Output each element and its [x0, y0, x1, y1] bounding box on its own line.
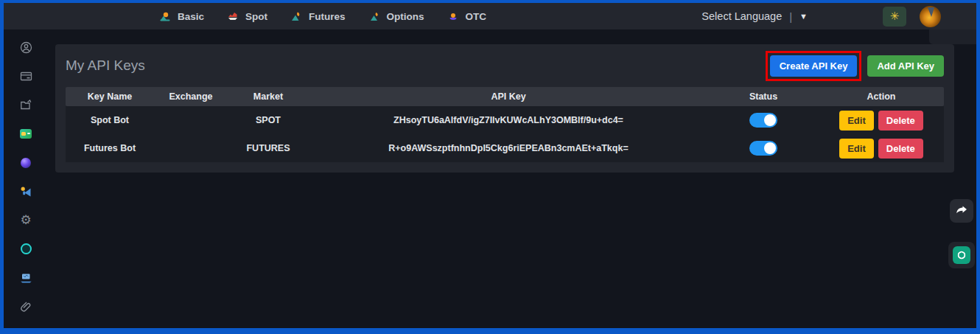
market-cell: SPOT [228, 115, 309, 125]
delete-button[interactable]: Delete [878, 139, 923, 159]
nav-item-label: Options [387, 11, 424, 22]
table-row: Futures Bot FUTURES R+o9AWSszptfnhnDpI5C… [66, 134, 944, 162]
column-header-action: Action [819, 91, 944, 102]
nav-menu: Basic Spot Futures Options OTC [160, 11, 486, 22]
api-key-cell: ZHsoyTU6aAlfdV/igZ7IlvKUWcALhY3OMBlf/9u+… [309, 115, 708, 125]
nav-item-label: OTC [466, 11, 487, 22]
create-api-key-button[interactable]: Create API Key [770, 55, 858, 77]
key-name-cell: Spot Bot [66, 115, 154, 125]
column-header-key-name: Key Name [66, 91, 154, 102]
spot-icon [228, 11, 238, 21]
column-header-status: Status [708, 91, 819, 102]
gear-icon[interactable]: ⚙ [19, 214, 32, 226]
chat-assistant-button[interactable] [948, 242, 975, 268]
api-key-cell: R+o9AWSszptfnhnDpI5Ckg6riEPEABn3cmAEt+aT… [309, 143, 708, 153]
market-cell: FUTURES [228, 143, 309, 153]
nav-item-otc[interactable]: OTC [448, 11, 487, 22]
basic-icon [160, 11, 170, 21]
column-header-api-key: API Key [309, 91, 708, 102]
table-header-row: Key Name Exchange Market API Key Status … [66, 87, 944, 106]
page-title: My API Keys [66, 58, 145, 74]
edit-button[interactable]: Edit [839, 139, 874, 159]
theme-toggle-button[interactable]: ✳ [883, 7, 906, 27]
futures-icon [291, 11, 301, 21]
navbar-right: Select Language | ▼ ✳ [701, 6, 941, 27]
share-arrow-icon [955, 203, 968, 219]
nav-item-spot[interactable]: Spot [228, 11, 267, 22]
column-header-exchange: Exchange [154, 91, 228, 102]
chatgpt-icon [953, 246, 970, 264]
left-sidebar: ⚙ [4, 29, 48, 328]
nav-item-label: Spot [245, 11, 267, 22]
options-icon [369, 11, 379, 21]
phoenix-logo[interactable] [920, 6, 941, 27]
sun-icon: ✳ [890, 10, 900, 23]
edit-button[interactable]: Edit [839, 111, 874, 131]
nav-item-label: Futures [309, 11, 346, 22]
chevron-down-icon: ▼ [799, 12, 808, 21]
main-content: My API Keys Create API Key Add API Key K… [48, 29, 976, 328]
status-toggle[interactable] [749, 113, 777, 128]
delete-button[interactable]: Delete [878, 111, 923, 131]
nav-item-label: Basic [178, 11, 204, 22]
api-keys-panel: My API Keys Create API Key Add API Key K… [55, 44, 954, 173]
user-circle-icon[interactable] [19, 41, 32, 54]
otc-icon [448, 11, 458, 21]
language-label: Select Language [701, 10, 782, 22]
key-name-cell: Futures Bot [66, 143, 154, 153]
table-row: Spot Bot SPOT ZHsoyTU6aAlfdV/igZ7IlvKUWc… [66, 106, 944, 134]
megaphone-icon[interactable] [19, 185, 32, 198]
top-navbar: Basic Spot Futures Options OTC Select La… [4, 3, 976, 29]
add-api-key-button[interactable]: Add API Key [867, 55, 944, 77]
orb-icon[interactable] [19, 156, 32, 169]
column-header-market: Market [228, 91, 309, 102]
nav-item-futures[interactable]: Futures [291, 11, 346, 22]
annotation-highlight-box: Create API Key [766, 51, 862, 81]
share-button[interactable] [950, 199, 973, 223]
nav-item-basic[interactable]: Basic [160, 11, 204, 22]
paperclip-icon[interactable] [19, 300, 32, 313]
folder-share-icon[interactable] [19, 99, 32, 111]
workstation-icon[interactable] [19, 271, 32, 284]
disc-icon[interactable] [19, 243, 32, 255]
nav-item-options[interactable]: Options [369, 11, 424, 22]
card-icon[interactable] [19, 70, 32, 83]
app-window: Basic Spot Futures Options OTC Select La… [0, 0, 980, 334]
language-selector[interactable]: Select Language | ▼ [701, 10, 808, 23]
sim-card-icon[interactable] [19, 128, 32, 140]
language-divider: | [789, 10, 792, 23]
status-toggle[interactable] [749, 141, 777, 156]
